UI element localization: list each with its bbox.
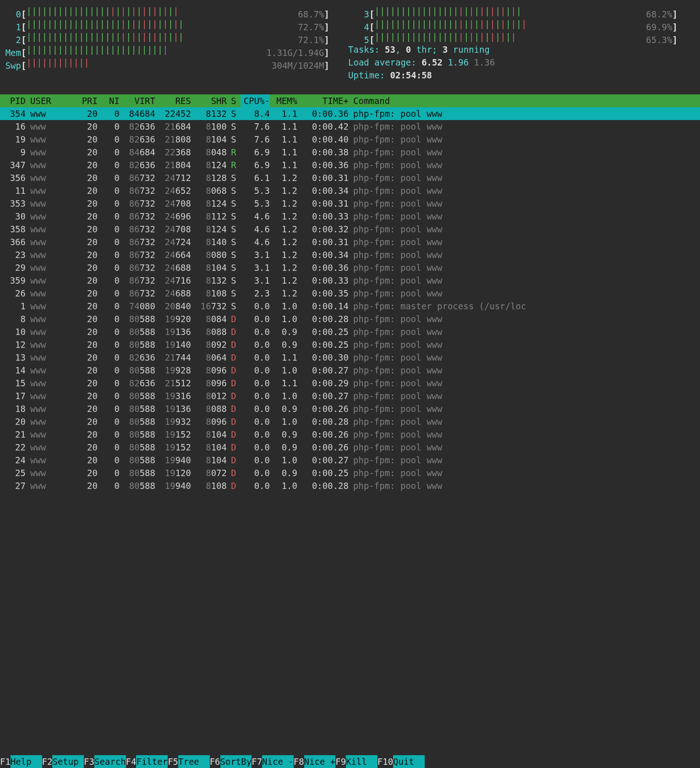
table-row[interactable]: 353www20086732247088124S5.31.20:00.31php…	[0, 197, 700, 210]
col-mem[interactable]: MEM%	[270, 94, 297, 107]
fkey-label-F7[interactable]: Nice -	[262, 755, 294, 768]
table-row[interactable]: 1www200740802084016732S0.01.00:00.14php-…	[0, 300, 700, 313]
fkey-label-F1[interactable]: Help	[11, 755, 42, 768]
table-row[interactable]: 30www20086732246968112S4.61.20:00.33php-…	[0, 210, 700, 223]
table-row[interactable]: 25www20080588191208072D0.00.90:00.25php-…	[0, 466, 700, 479]
table-row[interactable]: 23www20086732246648080S3.11.20:00.34php-…	[0, 248, 700, 261]
col-pid[interactable]: PID	[0, 94, 27, 107]
table-row[interactable]: 20www20080588199328096D0.01.00:00.28php-…	[0, 415, 700, 428]
col-state[interactable]: S	[227, 94, 241, 107]
table-row[interactable]: 347www20082636218048124R6.91.10:00.36php…	[0, 159, 700, 171]
col-pri[interactable]: PRI	[76, 94, 98, 107]
fkey-F7[interactable]: F7	[252, 757, 262, 767]
table-row[interactable]: 15www20082636215128096D0.01.10:00.29php-…	[0, 377, 700, 389]
fkey-label-F4[interactable]: Filter	[136, 755, 168, 768]
col-user[interactable]: USER	[27, 94, 76, 107]
footer-fkeys: F1Help F2Setup F3SearchF4FilterF5Tree F6…	[0, 755, 700, 768]
col-time[interactable]: TIME+	[297, 94, 351, 107]
col-cpu[interactable]: CPU%-	[241, 94, 270, 107]
fkey-label-F2[interactable]: Setup	[52, 755, 84, 768]
table-row[interactable]: 358www20086732247088124S4.61.20:00.32php…	[0, 223, 700, 236]
table-row[interactable]: 354www20084684224528132S8.41.10:00.36php…	[0, 107, 700, 120]
table-row[interactable]: 26www20086732246888108S2.31.20:00.35php-…	[0, 287, 700, 300]
col-ni[interactable]: NI	[98, 94, 120, 107]
fkey-label-F10[interactable]: Quit	[393, 755, 425, 768]
fkey-F1[interactable]: F1	[0, 757, 11, 767]
fkey-F2[interactable]: F2	[42, 757, 53, 767]
table-row[interactable]: 24www20080588199408104D0.01.00:00.27php-…	[0, 454, 700, 466]
col-virt[interactable]: VIRT	[120, 94, 155, 107]
fkey-label-F9[interactable]: Kill	[346, 755, 377, 768]
fkey-F8[interactable]: F8	[294, 757, 304, 767]
col-shr[interactable]: SHR	[191, 94, 227, 107]
fkey-F9[interactable]: F9	[335, 757, 346, 767]
fkey-F6[interactable]: F6	[210, 757, 220, 767]
fkey-F3[interactable]: F3	[84, 757, 94, 767]
fkey-F5[interactable]: F5	[168, 757, 178, 767]
table-row[interactable]: 11www20086732246528068S5.31.20:00.34php-…	[0, 184, 700, 197]
fkey-F10[interactable]: F10	[377, 757, 393, 767]
process-table-header[interactable]: PID USER PRI NI VIRT RES SHR S CPU%- MEM…	[0, 94, 700, 107]
table-row[interactable]: 19www20082636218088104S7.61.10:00.40php-…	[0, 133, 700, 146]
fkey-label-F8[interactable]: Nice +	[304, 755, 336, 768]
table-row[interactable]: 14www20080588199288096D0.01.00:00.27php-…	[0, 364, 700, 377]
table-row[interactable]: 13www20082636217448064D0.01.10:00.30php-…	[0, 351, 700, 364]
table-row[interactable]: 21www20080588191528104D0.00.90:00.26php-…	[0, 428, 700, 441]
table-row[interactable]: 356www20086732247128128S6.11.20:00.31php…	[0, 171, 700, 184]
fkey-F4[interactable]: F4	[126, 757, 137, 767]
table-row[interactable]: 10www20080588191368088D0.00.90:00.25php-…	[0, 325, 700, 338]
col-cmd[interactable]: Command	[351, 94, 700, 107]
table-row[interactable]: 17www20080588193168012D0.01.00:00.27php-…	[0, 389, 700, 402]
fkey-label-F5[interactable]: Tree	[178, 755, 210, 768]
table-row[interactable]: 12www20080588191408092D0.00.90:00.25php-…	[0, 338, 700, 351]
fkey-label-F6[interactable]: SortBy	[220, 755, 252, 768]
table-row[interactable]: 359www20086732247168132S3.11.20:00.33php…	[0, 274, 700, 287]
table-row[interactable]: 8www20080588199208084D0.01.00:00.28php-f…	[0, 313, 700, 325]
table-row[interactable]: 29www20086732246888104S3.11.20:00.36php-…	[0, 261, 700, 274]
table-row[interactable]: 9www20084684223688048R6.91.10:00.38php-f…	[0, 146, 700, 159]
table-row[interactable]: 18www20080588191368088D0.00.90:00.26php-…	[0, 402, 700, 415]
fkey-label-F3[interactable]: Search	[94, 755, 126, 768]
table-row[interactable]: 22www20080588191528104D0.00.90:00.26php-…	[0, 441, 700, 454]
header-meters: 0[|||||||||||||||||||||||||||||68.7%]1[|…	[0, 0, 700, 94]
col-res[interactable]: RES	[155, 94, 191, 107]
table-row[interactable]: 27www20080588199408108D0.01.00:00.28php-…	[0, 479, 700, 492]
table-row[interactable]: 366www20086732247248140S4.61.20:00.31php…	[0, 236, 700, 248]
table-row[interactable]: 16www20082636216848100S7.61.10:00.42php-…	[0, 120, 700, 133]
process-list[interactable]: 354www20084684224528132S8.41.10:00.36php…	[0, 107, 700, 492]
